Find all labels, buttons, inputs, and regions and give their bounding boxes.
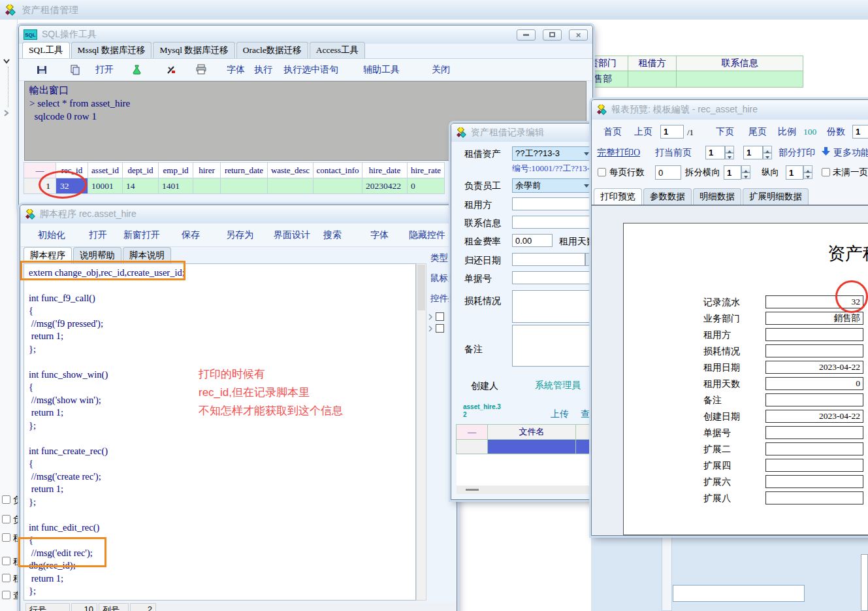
grid-header[interactable]: hire_date [362,162,408,178]
rows-per-page-input[interactable]: 0 [655,165,681,180]
hire-rate-cell[interactable]: 0 [407,178,445,194]
split-h-input[interactable]: 1 [724,165,741,180]
rate-input[interactable]: 0.00 [512,234,553,247]
more-functions-button[interactable]: 更多功能 [833,147,868,159]
tab-mssql-migrate[interactable]: Mssql 数据库迁移 [71,42,152,58]
printer-icon[interactable] [195,64,208,77]
doc-no-input[interactable] [512,271,592,284]
close-tool-button[interactable]: 关闭 [432,64,450,76]
font-button[interactable]: 字体 [370,229,389,241]
grid-header[interactable]: hire_rate [407,162,445,178]
partial-print-button[interactable]: 部分打印 [779,147,815,159]
tab-print-preview[interactable]: 打印预览 [594,188,642,205]
emp-id-cell[interactable]: 1401 [158,178,193,194]
tab-sql-tool[interactable]: SQL工具 [22,42,70,58]
bg-grid-cell[interactable] [676,71,803,88]
left-checkbox-4[interactable] [2,557,10,565]
grid-header[interactable]: asset_id [88,162,123,178]
split-v-spinner[interactable] [803,165,812,179]
note-textarea[interactable] [512,325,593,367]
print-to-input[interactable]: 1 [743,146,763,159]
report-window-titlebar[interactable]: 報表預覽: 模板編號 - rec_asset_hire [592,100,868,120]
hide-controls-button[interactable]: 隐藏控件 [409,229,445,241]
tab-parameter-data[interactable]: 参数数据 [643,188,692,205]
scrollbar-thumb[interactable] [417,265,425,310]
splitter-dotted-line[interactable] [8,67,8,107]
hscroll-thumb[interactable] [466,489,479,491]
init-button[interactable]: 初始化 [38,229,65,241]
hirer-cell[interactable] [193,178,221,194]
script-window-titlebar[interactable]: 脚本程序 rec.asset_hire [20,205,457,223]
left-checkbox-3[interactable] [2,533,10,542]
copy-icon[interactable] [70,65,81,77]
flask-icon[interactable] [131,64,142,77]
save-as-button[interactable]: 另存为 [226,229,253,241]
asset-combobox[interactable]: ??工??13-3 [512,146,592,161]
print-current-page-button[interactable]: 打当前页 [655,147,692,159]
return-date-cell[interactable] [220,178,268,194]
skip-not-full-checkbox[interactable] [822,168,830,176]
cut-icon[interactable] [166,65,176,77]
chevron-down-icon[interactable] [584,152,589,158]
split-v-input[interactable]: 1 [786,165,803,180]
open-new-window-button[interactable]: 新窗打开 [123,229,160,241]
hirer-input[interactable] [512,197,592,210]
background-input[interactable] [673,585,805,602]
open-button[interactable]: 打开 [95,64,114,76]
maximize-button[interactable] [543,29,562,41]
left-checkbox-5[interactable] [2,574,10,582]
hire-date-cell[interactable]: 20230422 [362,178,408,194]
grid-header[interactable]: emp_id [158,162,193,178]
grid-header[interactable]: waste_desc [267,162,313,178]
tree-expand-icon[interactable] [428,314,433,320]
left-checkbox-1[interactable] [2,495,10,504]
close-button[interactable]: × [569,29,588,41]
tree-expand-icon[interactable] [428,325,433,332]
sql-window-titlebar[interactable]: SQL SQL操作工具 × [19,25,592,44]
dept-id-cell[interactable]: 14 [122,178,159,194]
tab-extended-detail-data[interactable]: 扩展明细数据 [743,188,809,205]
file-row-index[interactable] [456,439,488,454]
last-page-button[interactable]: 尾页 [748,126,767,138]
bg-grid-cell[interactable] [628,71,677,88]
full-print-button[interactable]: 完整打印O [597,147,640,159]
tab-oracle-migrate[interactable]: Oracle数据迁移 [236,42,308,58]
prev-page-button[interactable]: 上页 [634,126,652,138]
vertical-scrollbar[interactable] [662,537,672,611]
rows-per-page-checkbox[interactable] [598,168,606,176]
split-h-spinner[interactable] [741,165,750,179]
tree-checkbox[interactable] [436,324,444,333]
contact-input[interactable] [512,216,592,229]
upload-link[interactable]: 上传 [551,408,569,420]
grid-header[interactable]: dept_id [122,162,159,178]
run-button[interactable]: 执行 [254,64,272,76]
left-checkbox-6[interactable] [2,591,10,599]
page-number-input[interactable]: 1 [660,125,684,139]
contact-info-cell[interactable] [313,178,362,194]
print-to-spinner[interactable] [763,146,772,159]
search-button[interactable]: 搜索 [323,229,342,241]
grid-data-row[interactable]: 1 32 10001 14 1401 20230422 0 [24,178,445,194]
grid-header[interactable]: return_date [220,162,268,178]
print-from-spinner[interactable] [725,146,734,159]
employee-combobox[interactable]: 余學前 [512,178,592,193]
left-checkbox-2[interactable] [2,515,10,523]
copies-input[interactable]: 1 [852,125,868,139]
tab-access-tool[interactable]: Access工具 [310,42,365,58]
tree-checkbox[interactable] [436,312,444,321]
minimize-button[interactable] [517,29,536,41]
grid-header[interactable]: contact_info [313,162,362,178]
chevron-down-icon[interactable] [584,184,589,190]
next-page-button[interactable]: 下页 [716,126,734,138]
waste-desc-cell[interactable] [267,178,313,194]
save-button[interactable]: 保存 [182,229,200,241]
asset-id-cell[interactable]: 10001 [88,178,123,194]
grid-header[interactable]: hirer [193,162,221,178]
print-from-input[interactable]: 1 [705,146,725,159]
tab-mysql-migrate[interactable]: Mysql 数据库迁移 [153,42,234,58]
ui-design-button[interactable]: 界面设计 [274,229,310,241]
collapse-down-icon[interactable] [3,56,10,66]
font-button[interactable]: 字体 [227,64,245,76]
scale-label[interactable]: 比例 [778,126,796,138]
tab-detail-data[interactable]: 明细数据 [693,188,741,205]
